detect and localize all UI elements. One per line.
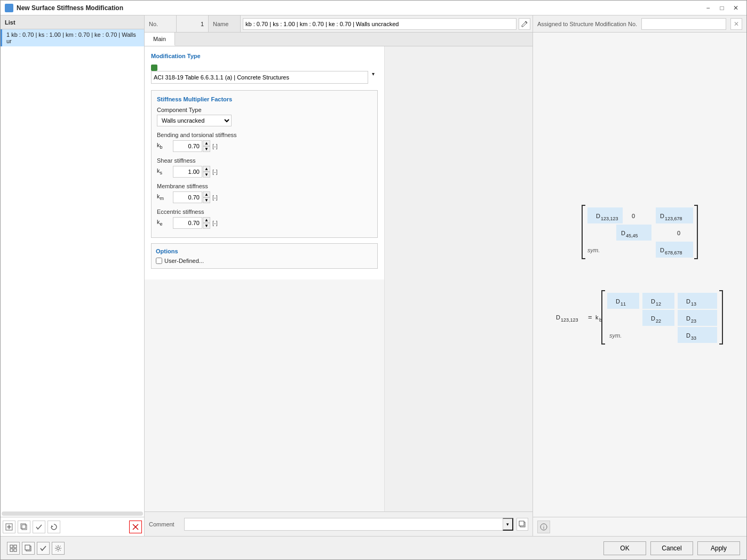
window-controls: − □ ✕ [702,3,742,13]
comment-input[interactable] [184,518,513,531]
apply-button[interactable]: Apply [697,541,740,555]
right-footer: i [533,517,746,536]
maximize-button[interactable]: □ [716,3,728,13]
list-items: 1 kb : 0.70 | ks : 1.00 | km : 0.70 | ke… [1,29,144,270]
ks-spin-down[interactable]: ▼ [203,172,210,178]
title-bar: New Surface Stiffness Modification − □ ✕ [1,1,746,15]
ks-spin-up[interactable]: ▲ [203,166,210,172]
copy-tool-button[interactable] [22,542,35,555]
assigned-label: Assigned to Structure Modification No. [537,21,637,27]
name-input[interactable] [243,18,516,30]
svg-text:k: k [595,314,599,321]
km-unit: [-] [212,194,218,201]
ke-unit: [-] [212,220,218,226]
ks-input[interactable] [173,166,202,178]
stiffness-section: Stiffness Multiplier Factors Component T… [151,90,378,238]
kb-spin-down[interactable]: ▼ [203,146,210,152]
user-defined-label[interactable]: User-Defined... [164,258,204,264]
svg-text:22: 22 [656,318,661,324]
options-title: Options [156,248,373,254]
name-column-header: Name [209,15,241,32]
modification-type-select[interactable]: ACI 318-19 Table 6.6.3.1.1 (a) | Concret… [151,71,368,84]
modification-type-section: Modification Type ACI 318-19 Table 6.6.3… [151,53,378,84]
form-right [385,46,533,511]
no-value: 1 [177,15,209,32]
modification-type-title: Modification Type [151,53,378,59]
assigned-clear-button[interactable]: ✕ [730,18,742,30]
user-defined-row: User-Defined... [156,258,373,264]
svg-marker-5 [51,525,53,527]
component-type-label: Component Type [157,107,372,113]
svg-rect-57 [25,545,30,550]
refresh-button[interactable] [47,521,60,533]
eccentric-stiffness-group: Eccentric stiffness ke ▲ ▼ [-] [157,209,372,229]
ok-button[interactable]: OK [603,541,646,555]
assigned-input[interactable] [641,18,726,30]
kb-input[interactable] [173,140,202,152]
tab-main[interactable]: Main [145,33,175,46]
kb-spinner: ▲ ▼ [203,140,210,152]
no-column-header: No. [145,15,177,32]
svg-text:0: 0 [632,213,635,219]
options-section: Options User-Defined... [151,243,378,269]
green-dot-icon [151,65,157,71]
svg-rect-52 [10,545,13,548]
form-wrapper: Modification Type ACI 318-19 Table 6.6.3… [145,46,533,511]
comment-dropdown-button[interactable]: ▾ [503,518,513,531]
settings-tool-button[interactable] [52,542,65,555]
stiffness-title: Stiffness Multiplier Factors [157,96,372,102]
cancel-button[interactable]: Cancel [650,541,693,555]
ks-label: ks [157,167,173,175]
bending-stiffness-label: Bending and torsional stiffness [157,132,372,138]
km-spin-up[interactable]: ▲ [203,191,210,197]
grid-tool-button[interactable] [7,542,20,555]
svg-rect-4 [21,524,26,529]
main-content: List 1 kb : 0.70 | ks : 1.00 | km : 0.70… [1,15,746,536]
minimize-button[interactable]: − [702,3,714,13]
component-type-select[interactable]: Walls uncracked [157,115,232,126]
verify-tool-button[interactable] [37,542,50,555]
ks-row: ks ▲ ▼ [-] [157,166,372,178]
info-button[interactable]: i [537,521,550,533]
comment-input-wrap: ▾ [184,518,513,531]
svg-point-58 [57,547,60,549]
ke-row: ke ▲ ▼ [-] [157,217,372,229]
svg-text:D: D [660,213,664,219]
svg-rect-43 [678,310,717,326]
delete-button[interactable] [129,521,142,533]
check-button[interactable] [33,521,45,533]
svg-text:D: D [651,298,655,305]
ke-input[interactable] [173,217,202,229]
svg-rect-10 [519,521,524,526]
ke-spin-up[interactable]: ▲ [203,217,210,223]
km-input[interactable] [173,191,202,203]
membrane-stiffness-label: Membrane stiffness [157,183,372,189]
kb-row: kb ▲ ▼ [-] [157,140,372,152]
bending-stiffness-group: Bending and torsional stiffness kb ▲ ▼ [… [157,132,372,152]
svg-text:=: = [588,313,592,321]
edit-name-button[interactable] [519,18,530,30]
app-icon [5,4,13,12]
list-panel-header: List [1,15,144,29]
kb-spin-up[interactable]: ▲ [203,140,210,146]
add-item-button[interactable] [3,521,15,533]
ke-label: ke [157,219,173,227]
duplicate-button[interactable] [18,521,30,533]
svg-text:13: 13 [691,301,696,307]
ke-spinner: ▲ ▼ [203,217,210,229]
list-item[interactable]: 1 kb : 0.70 | ks : 1.00 | km : 0.70 | ke… [1,29,144,46]
svg-rect-54 [10,549,13,551]
ks-unit: [-] [212,169,218,175]
comment-area: Comment ▾ [145,511,533,536]
center-panel: No. 1 Name Main [145,15,533,536]
km-spin-down[interactable]: ▼ [203,197,210,203]
svg-rect-53 [14,545,17,548]
svg-text:D: D [556,314,560,321]
ke-spin-down[interactable]: ▼ [203,223,210,229]
modification-type-select-wrapper: ACI 318-19 Table 6.6.3.1.1 (a) | Concret… [151,63,378,84]
close-button[interactable]: ✕ [729,3,742,13]
svg-text:i: i [543,525,544,530]
user-defined-checkbox[interactable] [156,258,162,264]
km-row: km ▲ ▼ [-] [157,191,372,203]
comment-copy-button[interactable] [516,518,528,531]
